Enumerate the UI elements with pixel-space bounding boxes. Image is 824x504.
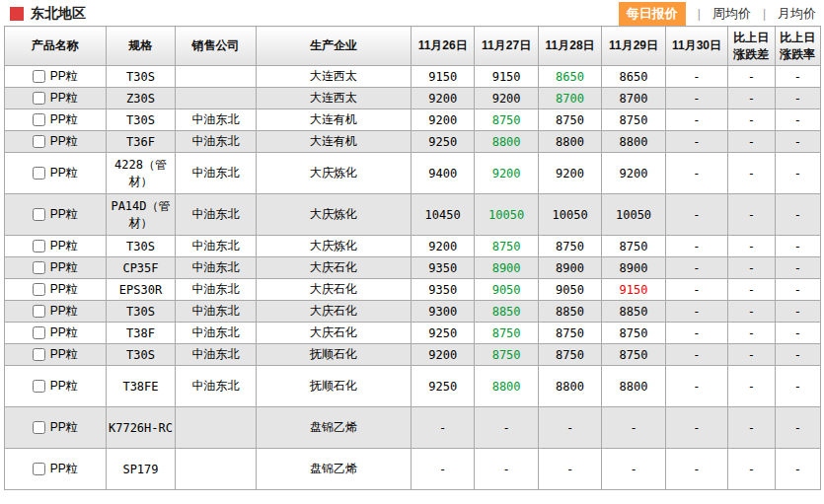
price-cell: -: [775, 153, 820, 194]
price-cell: -: [665, 449, 727, 490]
table-row: PP粒T30S中油东北抚顺石化9200875087508750---: [5, 344, 821, 366]
product-cell: PP粒: [5, 279, 107, 301]
spec-cell: CP35F: [106, 257, 176, 279]
price-cell: 8800: [475, 131, 538, 153]
row-select-checkbox[interactable]: [33, 326, 45, 339]
product-cell: PP粒: [5, 88, 107, 109]
row-select-checkbox[interactable]: [33, 305, 45, 318]
price-cell: -: [665, 366, 727, 407]
price-cell: 8650: [538, 66, 601, 88]
table-row: PP粒T30S中油东北大庆炼化9200875087508750---: [5, 236, 821, 257]
product-cell: PP粒: [5, 236, 107, 257]
product-cell: PP粒: [5, 66, 107, 88]
seller-cell: 中油东北: [176, 194, 257, 236]
price-cell: 8750: [602, 344, 665, 366]
price-cell: 9150: [411, 66, 474, 88]
tab-monthly-average[interactable]: 月均价: [778, 5, 816, 23]
col-header-seller: 销售公司: [176, 27, 257, 66]
producer-cell: 大连西太: [256, 66, 411, 88]
price-cell: -: [775, 279, 820, 301]
spec-cell: PA14D（管材）: [106, 194, 176, 236]
seller-cell: 中油东北: [176, 257, 257, 279]
price-cell: -: [665, 323, 727, 344]
spec-cell: T30S: [106, 344, 176, 366]
region-marker-icon: [10, 7, 24, 21]
row-select-checkbox[interactable]: [33, 208, 45, 221]
row-select-checkbox[interactable]: [33, 348, 45, 361]
region-title-wrap: 东北地区: [10, 5, 86, 23]
product-name: PP粒: [50, 91, 78, 105]
row-select-checkbox[interactable]: [33, 380, 45, 393]
table-row: PP粒4228（管材）中油东北大庆炼化9400920092009200---: [5, 153, 821, 194]
col-header-date-nov27: 11月27日: [475, 27, 538, 66]
producer-cell: 大连西太: [256, 88, 411, 109]
price-cell: 9200: [475, 153, 538, 194]
price-cell: -: [665, 344, 727, 366]
price-cell: 8750: [602, 109, 665, 131]
price-cell: -: [665, 236, 727, 257]
price-cell: -: [728, 236, 775, 257]
price-cell: 8750: [538, 109, 601, 131]
price-cell: -: [665, 279, 727, 301]
tab-separator: |: [763, 7, 766, 21]
row-select-checkbox[interactable]: [33, 70, 45, 83]
product-cell: PP粒: [5, 407, 107, 449]
row-select-checkbox[interactable]: [33, 167, 45, 180]
price-view-tabs: 每日报价 | 周均价 | 月均价: [619, 2, 816, 26]
price-cell: -: [728, 366, 775, 407]
row-select-checkbox[interactable]: [33, 421, 45, 434]
table-body: PP粒T30S大连西太9150915086508650---PP粒Z30S大连西…: [5, 66, 821, 490]
producer-cell: 大庆石化: [256, 257, 411, 279]
price-cell: -: [665, 88, 727, 109]
producer-cell: 大庆炼化: [256, 194, 411, 236]
price-cell: 10450: [411, 194, 474, 236]
spec-cell: 4228（管材）: [106, 153, 176, 194]
product-cell: PP粒: [5, 153, 107, 194]
price-cell: -: [728, 257, 775, 279]
row-select-checkbox[interactable]: [33, 135, 45, 148]
row-select-checkbox[interactable]: [33, 240, 45, 252]
row-select-checkbox[interactable]: [33, 463, 45, 475]
header-line: 涨跌差: [730, 46, 772, 63]
tab-weekly-average[interactable]: 周均价: [712, 5, 751, 23]
seller-cell: [176, 407, 257, 449]
seller-cell: [176, 449, 257, 490]
price-cell: -: [775, 88, 820, 109]
price-cell: 8750: [475, 344, 538, 366]
price-cell: -: [775, 194, 820, 236]
product-cell: PP粒: [5, 366, 107, 407]
price-cell: -: [775, 257, 820, 279]
price-cell: 8800: [475, 366, 538, 407]
tab-daily-price[interactable]: 每日报价: [619, 2, 686, 26]
producer-cell: 大庆石化: [256, 323, 411, 344]
price-cell: -: [475, 449, 538, 490]
price-cell: 10050: [602, 194, 665, 236]
seller-cell: 中油东北: [176, 323, 257, 344]
price-cell: -: [728, 323, 775, 344]
price-cell: -: [728, 88, 775, 109]
row-select-checkbox[interactable]: [33, 113, 45, 126]
row-select-checkbox[interactable]: [33, 92, 45, 105]
table-row: PP粒T30S中油东北大连有机9200875087508750---: [5, 109, 821, 131]
price-cell: -: [775, 236, 820, 257]
col-header-day-change-rate: 比上日 涨跌率: [775, 27, 820, 66]
row-select-checkbox[interactable]: [33, 283, 45, 296]
table-row: PP粒SP179盘锦乙烯-------: [5, 449, 821, 490]
spec-cell: K7726H-RC: [106, 407, 176, 449]
product-name: PP粒: [50, 112, 78, 126]
col-header-date-nov30: 11月30日: [665, 27, 727, 66]
product-cell: PP粒: [5, 131, 107, 153]
seller-cell: 中油东北: [176, 153, 257, 194]
price-cell: 9150: [475, 66, 538, 88]
price-cell: 9200: [411, 236, 474, 257]
price-cell: -: [775, 109, 820, 131]
table-row: PP粒T38FE中油东北抚顺石化9250880088008800---: [5, 366, 821, 407]
col-header-date-nov26: 11月26日: [411, 27, 474, 66]
spec-cell: Z30S: [106, 88, 176, 109]
price-cell: 8700: [538, 88, 601, 109]
seller-cell: [176, 88, 257, 109]
price-cell: 8750: [475, 236, 538, 257]
row-select-checkbox[interactable]: [33, 261, 45, 274]
price-cell: 8900: [602, 257, 665, 279]
price-cell: -: [665, 66, 727, 88]
